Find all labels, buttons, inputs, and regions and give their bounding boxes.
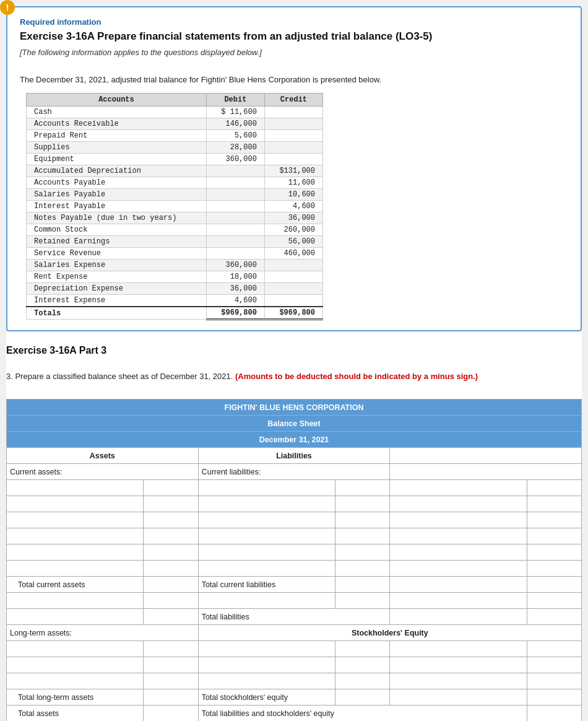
- total-longterm-equity-row: Total long-term assets Total stockholder…: [7, 689, 582, 706]
- liab-value-5[interactable]: [339, 548, 386, 557]
- debit-cell: [206, 189, 264, 201]
- table-row[interactable]: [7, 544, 582, 561]
- asset-post-current-val-2[interactable]: [147, 613, 194, 621]
- equity-label-2[interactable]: [210, 661, 332, 670]
- equity-val-2[interactable]: [339, 661, 386, 670]
- table-row[interactable]: [7, 561, 582, 577]
- equity-label-3[interactable]: [210, 677, 332, 686]
- equity-total-2[interactable]: [530, 661, 579, 670]
- table-row[interactable]: [7, 657, 582, 673]
- total-assets-value[interactable]: [147, 709, 194, 718]
- liab-total-col-2[interactable]: [530, 500, 579, 509]
- total-liab-value[interactable]: [530, 613, 579, 621]
- asset-label-2[interactable]: [18, 500, 140, 509]
- liab-value-2[interactable]: [339, 500, 386, 509]
- totals-account: Totals: [27, 307, 207, 320]
- account-cell: Accounts Payable: [27, 177, 207, 189]
- total-current-row: Total current assets Total current liabi…: [7, 577, 582, 593]
- total-equity-total[interactable]: [530, 693, 579, 702]
- liab-label-5[interactable]: [210, 548, 332, 557]
- debit-cell: 4,600: [206, 295, 264, 307]
- liab-label-3[interactable]: [210, 516, 332, 525]
- total-longterm-value[interactable]: [147, 693, 194, 702]
- account-cell: Interest Payable: [27, 201, 207, 212]
- liab-post-current-total-1[interactable]: [530, 596, 579, 605]
- asset-label-1[interactable]: [18, 484, 140, 492]
- liab-label-6[interactable]: [210, 564, 332, 573]
- lt-asset-label-1[interactable]: [18, 645, 140, 653]
- liab-value-4[interactable]: [339, 532, 386, 541]
- asset-label-3[interactable]: [18, 516, 140, 525]
- asset-value-4[interactable]: [147, 532, 194, 541]
- asset-label-4[interactable]: [18, 532, 140, 541]
- liab-total-col-1[interactable]: [530, 484, 579, 492]
- table-row[interactable]: [7, 641, 582, 657]
- totals-credit: $969,800: [264, 307, 322, 320]
- instruction-plain: 3. Prepare a classified balance sheet as…: [6, 372, 235, 381]
- col-credit: Credit: [264, 94, 322, 107]
- liab-total-col-6[interactable]: [530, 564, 579, 573]
- total-equity-value[interactable]: [339, 693, 386, 702]
- table-row[interactable]: [7, 593, 582, 609]
- equity-total-1[interactable]: [530, 645, 579, 653]
- col-accounts: Accounts: [27, 94, 207, 107]
- equity-total-3[interactable]: [530, 677, 579, 686]
- account-cell: Supplies: [27, 142, 207, 154]
- asset-label-6[interactable]: [18, 564, 140, 573]
- total-current-assets-value[interactable]: [147, 580, 194, 589]
- liab-value-1[interactable]: [339, 484, 386, 492]
- liab-total-col-4[interactable]: [530, 532, 579, 541]
- liab-value-3[interactable]: [339, 516, 386, 525]
- lt-asset-label-2[interactable]: [18, 661, 140, 670]
- total-current-liab-value[interactable]: [339, 580, 386, 589]
- account-cell: Rent Expense: [27, 271, 207, 283]
- liab-post-current-val-1[interactable]: [339, 596, 386, 605]
- table-row: Salaries Payable10,600: [27, 189, 323, 201]
- liab-total-col-3[interactable]: [530, 516, 579, 525]
- asset-post-current-label-1[interactable]: [18, 596, 140, 605]
- table-row[interactable]: [7, 673, 582, 689]
- account-cell: Salaries Expense: [27, 260, 207, 271]
- liab-post-current-label-1[interactable]: [210, 596, 332, 605]
- liab-label-4[interactable]: [210, 532, 332, 541]
- instruction-bold-red: (Amounts to be deducted should be indica…: [235, 372, 478, 381]
- lt-asset-label-3[interactable]: [18, 677, 140, 686]
- asset-value-3[interactable]: [147, 516, 194, 525]
- credit-cell: 36,000: [264, 212, 322, 224]
- lt-asset-val-3[interactable]: [147, 677, 194, 686]
- total-current-liab-total[interactable]: [530, 580, 579, 589]
- table-row[interactable]: [7, 528, 582, 544]
- liab-value-6[interactable]: [339, 564, 386, 573]
- totals-debit: $969,800: [206, 307, 264, 320]
- account-cell: Cash: [27, 107, 207, 118]
- equity-val-3[interactable]: [339, 677, 386, 686]
- asset-post-current-label-2[interactable]: [18, 613, 140, 621]
- total-liab-equity-value[interactable]: [530, 709, 579, 718]
- lt-asset-val-1[interactable]: [147, 645, 194, 653]
- liab-label-2[interactable]: [210, 500, 332, 509]
- asset-value-2[interactable]: [147, 500, 194, 509]
- asset-value-6[interactable]: [147, 564, 194, 573]
- debit-cell: $ 11,600: [206, 107, 264, 118]
- stockholders-equity-label: Stockholders' Equity: [199, 625, 581, 640]
- account-cell: Common Stock: [27, 224, 207, 236]
- table-row[interactable]: [7, 512, 582, 528]
- asset-post-current-val-1[interactable]: [147, 596, 194, 605]
- sheet-title: Balance Sheet: [7, 416, 581, 431]
- totals-row: Totals$969,800$969,800: [27, 307, 323, 320]
- liab-label-1[interactable]: [210, 484, 332, 492]
- lt-asset-val-2[interactable]: [147, 661, 194, 670]
- table-row[interactable]: [7, 480, 582, 496]
- equity-val-1[interactable]: [339, 645, 386, 653]
- sheet-title-row: Balance Sheet: [7, 416, 582, 432]
- asset-value-5[interactable]: [147, 548, 194, 557]
- credit-cell: 260,000: [264, 224, 322, 236]
- liab-total-col-5[interactable]: [530, 548, 579, 557]
- equity-label-1[interactable]: [210, 645, 332, 653]
- asset-label-5[interactable]: [18, 548, 140, 557]
- table-row[interactable]: Total liabilities: [7, 609, 582, 625]
- table-row[interactable]: [7, 496, 582, 512]
- credit-cell: 11,600: [264, 177, 322, 189]
- asset-value-1[interactable]: [147, 484, 194, 492]
- balance-sheet-table: FIGHTIN' BLUE HENS CORPORATION Balance S…: [6, 399, 582, 721]
